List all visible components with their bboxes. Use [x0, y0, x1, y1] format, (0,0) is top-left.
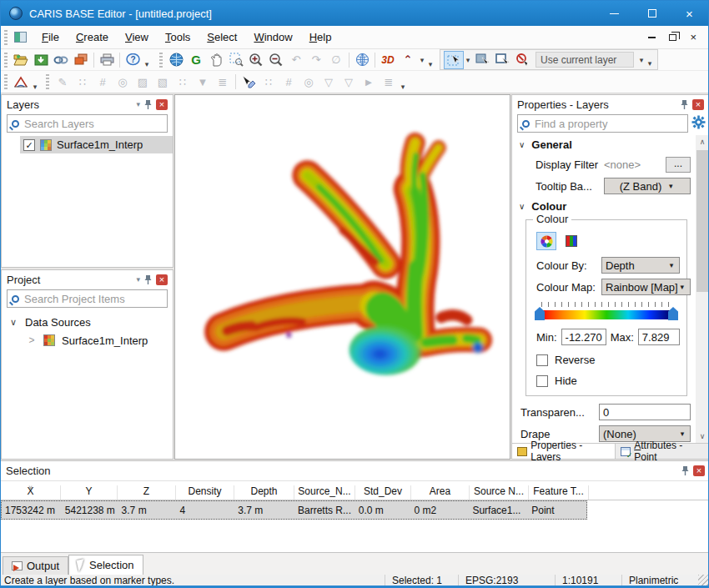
menu-help[interactable]: Help: [301, 27, 340, 48]
edit-area2-button[interactable]: ▧: [153, 73, 173, 91]
wire-globe-button[interactable]: [352, 51, 372, 69]
select-list-button[interactable]: ≣: [379, 73, 399, 91]
colormap-slider[interactable]: [535, 307, 678, 322]
status-scale[interactable]: 1:10191: [555, 575, 621, 586]
no-zoom-button[interactable]: ∅: [326, 51, 346, 69]
panel-close-button[interactable]: ×: [692, 99, 704, 110]
project-search-input[interactable]: Search Project Items: [7, 289, 168, 308]
min-input[interactable]: -12.270: [561, 329, 606, 345]
mdi-restore-button[interactable]: [669, 34, 676, 41]
column-header-x[interactable]: ˅X: [1, 485, 61, 500]
roll-view-dropdown[interactable]: ▾: [418, 56, 426, 64]
toolbar-overflow-dropdown[interactable]: ▾: [399, 83, 407, 91]
edit-list-button[interactable]: ≣: [213, 73, 233, 91]
properties-scrollbar[interactable]: ∧ ∨: [696, 135, 709, 443]
toolbar-grip[interactable]: [4, 53, 8, 68]
scroll-up-icon[interactable]: ∧: [696, 135, 709, 148]
import-button[interactable]: [31, 51, 51, 69]
edit-points-button[interactable]: ∷: [73, 73, 93, 91]
layer-item-surface1m[interactable]: ✓ Surface1m_Interp: [20, 136, 173, 153]
zoom-in-button[interactable]: [246, 51, 266, 69]
measure-angle-button[interactable]: [11, 73, 31, 91]
select-attributes-button[interactable]: #: [279, 73, 299, 91]
status-projection[interactable]: Planimetric: [621, 575, 698, 586]
colour-by-combo[interactable]: Depth ▾: [601, 257, 680, 274]
link-data-button[interactable]: [51, 51, 71, 69]
menu-file[interactable]: File: [33, 27, 68, 48]
pan-tool-button[interactable]: [206, 51, 226, 69]
menu-select[interactable]: Select: [199, 27, 245, 48]
project-panel-header[interactable]: Project ▾ ×: [2, 270, 173, 289]
column-header-area[interactable]: Area: [411, 485, 470, 500]
select-intersect-rect-button[interactable]: [492, 51, 512, 69]
scrollbar-thumb[interactable]: [696, 150, 708, 292]
toolbar-grip[interactable]: [46, 74, 49, 89]
toolbar-grip[interactable]: [4, 30, 8, 45]
layers-search-input[interactable]: Search Layers: [7, 114, 168, 133]
selection-panel-header[interactable]: Selection ×: [1, 461, 709, 480]
document-icon[interactable]: [14, 32, 27, 43]
colour-map-combo[interactable]: Rainbow [Map] ▾: [601, 279, 691, 295]
mdi-close-button[interactable]: ×: [690, 32, 696, 43]
edit-feature-button[interactable]: ✎: [53, 73, 73, 91]
column-header-depth[interactable]: Depth: [234, 485, 294, 500]
settings-gear-icon[interactable]: [691, 115, 706, 132]
tab-attributes-point[interactable]: Attributes - Point: [616, 444, 709, 459]
use-current-layer-dropdown[interactable]: ▾: [637, 56, 646, 64]
close-button[interactable]: ×: [671, 1, 708, 26]
filter-apply-button[interactable]: ▽: [339, 73, 359, 91]
pin-icon[interactable]: [681, 465, 689, 476]
clear-selection-button[interactable]: [512, 51, 532, 69]
select-in-rect-button[interactable]: [472, 51, 492, 69]
panel-close-button[interactable]: ×: [693, 465, 705, 476]
chevron-down-icon[interactable]: ∨: [8, 317, 18, 328]
section-general[interactable]: ∨ General: [512, 135, 696, 154]
edit-node-button[interactable]: ◎: [113, 73, 133, 91]
column-header-feature-type[interactable]: Feature T...: [529, 485, 589, 500]
max-input[interactable]: 7.829: [638, 329, 680, 345]
maximize-button[interactable]: [633, 1, 671, 26]
open-file-button[interactable]: [11, 51, 31, 69]
select-edit-button[interactable]: [239, 73, 259, 91]
globe-view-button[interactable]: [166, 51, 186, 69]
pin-icon[interactable]: [144, 274, 152, 285]
column-header-y[interactable]: Y: [61, 485, 118, 500]
tooltip-band-combo[interactable]: (Z Band) ▾: [604, 178, 691, 194]
selection-toolbar-overflow[interactable]: ▾: [646, 59, 654, 68]
tree-node-surface1m[interactable]: > Surface1m_Interp: [2, 331, 173, 349]
help-button[interactable]: ?: [123, 51, 143, 69]
chevron-right-icon[interactable]: >: [27, 334, 37, 346]
select-node-button[interactable]: ◎: [299, 73, 319, 91]
edit-multi-button[interactable]: ∷: [173, 73, 193, 91]
column-header-z[interactable]: Z: [118, 485, 176, 500]
edit-area1-button[interactable]: ▨: [133, 73, 153, 91]
pin-icon[interactable]: [681, 99, 688, 110]
toolbar-overflow-dropdown[interactable]: ▾: [143, 60, 151, 68]
column-header-source-name[interactable]: Source N...: [470, 485, 529, 500]
map-view[interactable]: [174, 94, 510, 460]
select-tool-button[interactable]: [444, 51, 464, 69]
google-earth-button[interactable]: G: [186, 51, 206, 69]
select-tool-dropdown[interactable]: ▾: [464, 56, 472, 64]
colormap-min-handle[interactable]: [535, 307, 545, 320]
panel-close-button[interactable]: ×: [156, 274, 168, 285]
edit-attributes-button[interactable]: #: [93, 73, 113, 91]
transparency-input[interactable]: 0: [599, 404, 691, 420]
print-button[interactable]: [97, 51, 117, 69]
measure-dropdown[interactable]: ▾: [31, 83, 39, 91]
hide-checkbox[interactable]: [536, 375, 548, 387]
properties-panel-header[interactable]: Properties - Layers ×: [512, 95, 709, 113]
copy-layers-button[interactable]: [71, 51, 91, 69]
mdi-minimize-button[interactable]: [648, 37, 656, 38]
panel-menu-dropdown[interactable]: ▾: [136, 100, 140, 108]
edit-filter-button[interactable]: ▼: [193, 73, 213, 91]
property-search-input[interactable]: Find a property: [517, 114, 688, 133]
zoom-out-button[interactable]: [266, 51, 286, 69]
panel-close-button[interactable]: ×: [156, 99, 168, 110]
reverse-checkbox[interactable]: [536, 354, 548, 366]
pin-icon[interactable]: [144, 99, 152, 110]
menu-window[interactable]: Window: [245, 27, 300, 48]
column-header-source-n[interactable]: Source_N...: [294, 485, 355, 500]
select-cursor-button[interactable]: ►: [359, 73, 379, 91]
column-header-density[interactable]: Density: [176, 485, 234, 500]
